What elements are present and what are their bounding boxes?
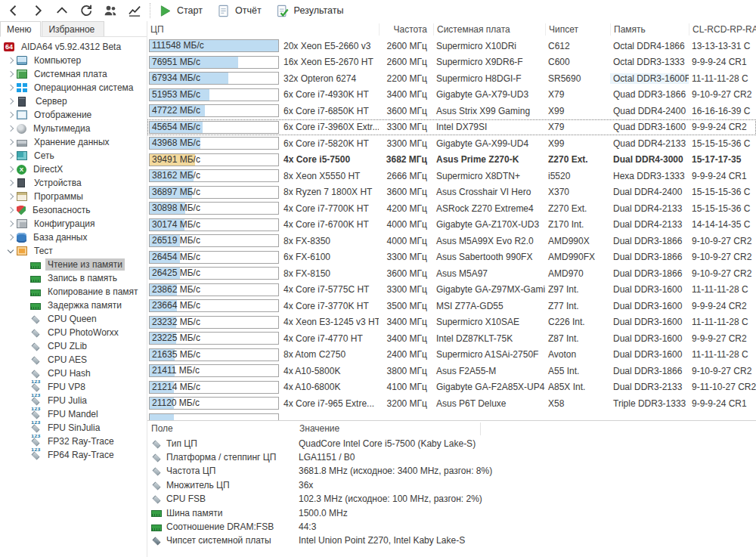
up-icon[interactable] bbox=[53, 2, 71, 20]
chevron-right-icon[interactable] bbox=[5, 151, 17, 160]
sidebar-item[interactable]: Операционная система bbox=[0, 81, 147, 94]
table-row[interactable]: 36897 МБ/с8x Ryzen 7 1800X HT3600 МГцAsu… bbox=[147, 184, 756, 201]
start-button[interactable]: Старт bbox=[158, 4, 203, 18]
sidebar-item[interactable]: Программы bbox=[0, 190, 147, 203]
table-row[interactable]: 26425 МБ/с8x FX-81503600 МГцAsus M5A97AM… bbox=[147, 265, 756, 282]
chart-icon[interactable] bbox=[125, 2, 144, 20]
table-row[interactable]: 51953 МБ/с6x Core i7-4930K HT3400 МГцGig… bbox=[147, 87, 756, 104]
column-header[interactable]: Чипсет bbox=[545, 23, 610, 36]
sidebar-item[interactable]: CPU PhotoWorxx bbox=[0, 326, 147, 339]
sidebar-item[interactable]: Конфигурация bbox=[0, 217, 147, 231]
sidebar-item[interactable]: Мультимедиа bbox=[0, 122, 147, 135]
details-row[interactable]: Чипсет системной платыIntel Union Point … bbox=[147, 534, 756, 547]
sidebar-item[interactable]: AIDA64 v5.92.4312 Beta bbox=[0, 40, 147, 54]
refresh-icon[interactable] bbox=[77, 2, 95, 20]
table-row[interactable]: 23232 МБ/с4x Xeon E3-1245 v3 HT3400 МГцS… bbox=[147, 314, 756, 331]
chevron-right-icon[interactable] bbox=[5, 206, 17, 215]
table-row[interactable]: 21214 МБ/с4x A10-6800K4100 МГцGigabyte G… bbox=[147, 379, 756, 396]
table-row[interactable]: 30898 МБ/с4x Core i7-7700K HT4200 МГцASR… bbox=[147, 200, 756, 217]
report-button[interactable]: Отчёт bbox=[216, 4, 262, 18]
chevron-right-icon[interactable] bbox=[5, 70, 17, 79]
details-row[interactable]: Соотношение DRAM:FSB44:3 bbox=[147, 520, 756, 534]
table-row[interactable]: 26519 МБ/с8x FX-83504000 МГцAsus M5A99X … bbox=[147, 233, 756, 249]
sidebar-item[interactable]: База данных bbox=[0, 231, 147, 244]
sidebar-item[interactable]: FP64 Ray-Trace bbox=[0, 448, 147, 462]
tab-favorites[interactable]: Избранное bbox=[42, 21, 104, 36]
details-row[interactable]: CPU FSB102.3 MHz (исходное: 100 MHz, раз… bbox=[147, 492, 756, 506]
sidebar-item[interactable]: CPU ZLib bbox=[0, 339, 147, 353]
sidebar-item[interactable]: Задержка памяти bbox=[0, 299, 147, 312]
details-column-header[interactable]: Значение bbox=[296, 423, 756, 434]
sidebar-item[interactable]: Сервер bbox=[0, 94, 147, 108]
chevron-right-icon[interactable] bbox=[5, 83, 17, 92]
sidebar-item[interactable]: Компьютер bbox=[0, 54, 147, 67]
sidebar-item[interactable]: FPU Julia bbox=[0, 394, 147, 407]
details-row[interactable]: Шина памяти1500.0 MHz bbox=[147, 506, 756, 519]
frequency-cell: 3300 МГц bbox=[379, 284, 433, 295]
column-header[interactable]: Системная плата bbox=[433, 23, 545, 36]
table-row[interactable]: 21120 МБ/с4x Core i7-965 Extre...3200 МГ… bbox=[147, 395, 756, 412]
sidebar-item[interactable]: Хранение данных bbox=[0, 135, 147, 149]
back-icon[interactable] bbox=[5, 2, 23, 20]
chevron-right-icon[interactable] bbox=[5, 219, 17, 228]
column-header[interactable]: Частота bbox=[379, 23, 433, 36]
sidebar-item[interactable]: Отображение bbox=[0, 108, 147, 122]
sidebar-item[interactable]: Системная плата bbox=[0, 67, 147, 81]
chevron-right-icon[interactable] bbox=[5, 138, 17, 147]
table-row[interactable] bbox=[147, 412, 756, 420]
sidebar-item[interactable]: CPU Hash bbox=[0, 367, 147, 380]
chevron-right-icon[interactable] bbox=[5, 233, 17, 242]
users-icon[interactable] bbox=[101, 2, 119, 20]
column-header[interactable]: ЦП bbox=[147, 23, 379, 36]
tab-menu[interactable]: Меню bbox=[0, 21, 41, 37]
results-button[interactable]: Результаты bbox=[275, 4, 344, 18]
sidebar-item[interactable]: FPU Mandel bbox=[0, 407, 147, 421]
sidebar-item[interactable]: CPU AES bbox=[0, 353, 147, 367]
chevron-right-icon[interactable] bbox=[5, 178, 17, 187]
table-row[interactable]: 21635 МБ/с8x Atom C27502400 МГцSupermicr… bbox=[147, 347, 756, 364]
sidebar-item[interactable]: Копирование в памят bbox=[0, 285, 147, 299]
sidebar-item[interactable]: Тест bbox=[0, 244, 147, 258]
sidebar-item[interactable]: Чтение из памяти bbox=[0, 258, 147, 271]
details-row[interactable]: Частота ЦП3681.8 MHz (исходное: 3400 MHz… bbox=[147, 464, 756, 478]
chevron-right-icon[interactable] bbox=[5, 110, 17, 119]
chipset-cell: A55 Int. bbox=[545, 366, 610, 376]
table-row[interactable]: 76951 МБ/с16x Xeon E5-2670 HT2600 МГцSup… bbox=[147, 54, 756, 71]
forward-icon[interactable] bbox=[29, 2, 47, 20]
details-column-header[interactable]: Поле bbox=[147, 423, 296, 434]
sidebar-item[interactable]: FPU SinJulia bbox=[0, 421, 147, 435]
column-header[interactable]: Память bbox=[610, 23, 689, 36]
details-row[interactable]: Множитель ЦП36x bbox=[147, 478, 756, 492]
table-row[interactable]: 47722 МБ/с6x Core i7-6850K HT3600 МГцAsu… bbox=[147, 103, 756, 119]
sidebar-item[interactable]: Безопасность bbox=[0, 203, 147, 217]
table-row[interactable]: 23664 МБ/с4x Core i7-3770K HT3500 МГцMSI… bbox=[147, 298, 756, 314]
sidebar-item[interactable]: FPU VP8 bbox=[0, 380, 147, 394]
table-row[interactable]: 45654 МБ/с6x Core i7-3960X Extr...3300 М… bbox=[147, 119, 756, 136]
chevron-right-icon[interactable] bbox=[5, 192, 17, 201]
sidebar-item[interactable]: DirectX bbox=[0, 162, 147, 176]
details-row[interactable]: Платформа / степпинг ЦПLGA1151 / B0 bbox=[147, 450, 756, 464]
column-header[interactable]: CL-RCD-RP-RAS bbox=[689, 23, 756, 36]
table-row[interactable]: 23862 МБ/с4x Core i7-5775C HT3300 МГцGig… bbox=[147, 282, 756, 299]
table-row[interactable]: 67934 МБ/с32x Opteron 62742200 МГцSuperm… bbox=[147, 70, 756, 87]
chevron-right-icon[interactable] bbox=[5, 165, 17, 174]
chevron-down-icon[interactable] bbox=[5, 246, 17, 255]
sidebar-item[interactable]: Устройства bbox=[0, 176, 147, 190]
sidebar-item[interactable]: Запись в память bbox=[0, 271, 147, 285]
details-header: ПолеЗначение bbox=[147, 421, 756, 437]
table-row[interactable]: 30174 МБ/с4x Core i7-6700K HT4000 МГцGig… bbox=[147, 217, 756, 234]
sidebar-item[interactable]: Сеть bbox=[0, 149, 147, 162]
chevron-right-icon[interactable] bbox=[5, 97, 17, 106]
table-row[interactable]: 39491 МБ/с4x Core i5-75003682 МГцAsus Pr… bbox=[147, 152, 756, 169]
table-row[interactable]: 21411 МБ/с4x A10-5800K3800 МГцAsus F2A55… bbox=[147, 363, 756, 379]
table-row[interactable]: 38162 МБ/с8x Xeon X5550 HT2666 МГцSuperm… bbox=[147, 168, 756, 184]
chevron-right-icon[interactable] bbox=[5, 124, 17, 133]
sidebar-item[interactable]: CPU Queen bbox=[0, 312, 147, 326]
table-row[interactable]: 43968 МБ/с6x Core i7-5820K HT3300 МГцGig… bbox=[147, 135, 756, 152]
chevron-right-icon[interactable] bbox=[5, 56, 17, 65]
sidebar-item[interactable]: FP32 Ray-Trace bbox=[0, 435, 147, 448]
table-row[interactable]: 26454 МБ/с6x FX-61003300 МГцAsus Saberto… bbox=[147, 249, 756, 266]
table-row[interactable]: 23225 МБ/с4x Core i7-4770 HT3400 МГцInte… bbox=[147, 330, 756, 347]
details-row[interactable]: Тип ЦПQuadCore Intel Core i5-7500 (Kaby … bbox=[147, 437, 756, 450]
table-row[interactable]: 111548 МБ/с20x Xeon E5-2660 v32600 МГцSu… bbox=[147, 38, 756, 54]
